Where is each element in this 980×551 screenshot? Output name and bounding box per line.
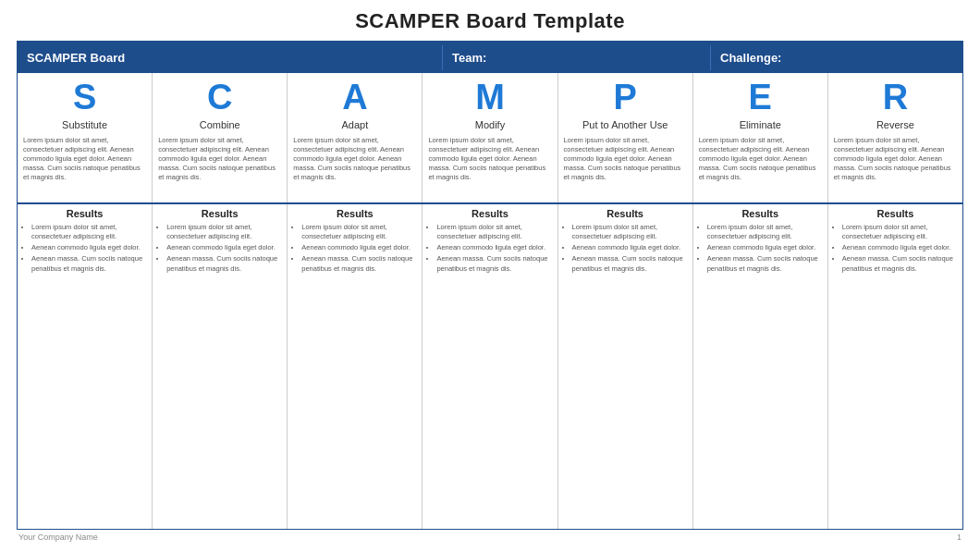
letter-col-p: PPut to Another UseLorem ipsum dolor sit… <box>558 73 693 202</box>
letter-desc-5: Lorem ipsum dolor sit amet, consectetuer… <box>697 134 824 185</box>
results-header-2: Results <box>292 208 417 219</box>
letter-desc-0: Lorem ipsum dolor sit amet, consectetuer… <box>21 134 148 185</box>
letter-label-6: Reverse <box>876 119 914 130</box>
results-item-4-1: Aenean commodo ligula eget dolor. <box>572 243 688 252</box>
letter-col-a: AAdaptLorem ipsum dolor sit amet, consec… <box>288 73 423 202</box>
results-header-6: Results <box>833 208 958 219</box>
results-body-4: Lorem ipsum dolor sit amet, consectetuer… <box>563 223 688 276</box>
results-section: ResultsLorem ipsum dolor sit amet, conse… <box>18 203 962 529</box>
letter-desc-3: Lorem ipsum dolor sit amet, consectetuer… <box>426 134 553 185</box>
results-col-3: ResultsLorem ipsum dolor sit amet, conse… <box>423 204 557 529</box>
results-col-5: ResultsLorem ipsum dolor sit amet, conse… <box>693 204 828 529</box>
header-row: SCAMPER Board Team: Challenge: <box>18 42 962 73</box>
page-title: SCAMPER Board Template <box>17 9 963 33</box>
letter-label-2: Adapt <box>341 119 368 130</box>
results-body-6: Lorem ipsum dolor sit amet, consectetuer… <box>833 223 958 276</box>
big-letter-a: A <box>342 79 367 117</box>
big-letter-s: S <box>73 79 96 117</box>
results-item-4-0: Lorem ipsum dolor sit amet, consectetuer… <box>572 223 688 241</box>
letter-col-c: CCombineLorem ipsum dolor sit amet, cons… <box>153 73 288 202</box>
results-item-4-2: Aenean massa. Cum sociis natoque penatib… <box>572 254 688 273</box>
letter-label-3: Modify <box>475 119 505 130</box>
results-item-2-0: Lorem ipsum dolor sit amet, consectetuer… <box>301 223 417 241</box>
results-item-0-1: Aenean commodo ligula eget dolor. <box>31 243 147 252</box>
header-team-label: Team: <box>443 45 711 70</box>
results-item-3-1: Aenean commodo ligula eget dolor. <box>436 243 552 252</box>
page-number: 1 <box>957 533 962 542</box>
letter-label-0: Substitute <box>62 119 107 130</box>
results-item-0-0: Lorem ipsum dolor sit amet, consectetuer… <box>31 223 147 241</box>
big-letter-r: R <box>883 79 908 117</box>
results-header-1: Results <box>157 208 282 219</box>
header-challenge-label: Challenge: <box>711 45 962 70</box>
results-header-5: Results <box>698 208 823 219</box>
letters-row: SSubstituteLorem ipsum dolor sit amet, c… <box>18 73 962 203</box>
letter-col-e: EEliminateLorem ipsum dolor sit amet, co… <box>693 73 828 202</box>
results-body-2: Lorem ipsum dolor sit amet, consectetuer… <box>292 223 417 276</box>
results-item-5-2: Aenean massa. Cum sociis natoque penatib… <box>707 254 823 273</box>
results-col-6: ResultsLorem ipsum dolor sit amet, conse… <box>828 204 962 529</box>
results-item-6-1: Aenean commodo ligula eget dolor. <box>842 243 958 252</box>
page: SCAMPER Board Template SCAMPER Board Tea… <box>0 0 980 551</box>
letter-col-m: MModifyLorem ipsum dolor sit amet, conse… <box>423 73 557 202</box>
results-body-5: Lorem ipsum dolor sit amet, consectetuer… <box>698 223 823 276</box>
letter-desc-1: Lorem ipsum dolor sit amet, consectetuer… <box>156 134 283 185</box>
big-letter-e: E <box>749 79 772 117</box>
board-container: SCAMPER Board Team: Challenge: SSubstitu… <box>17 41 963 530</box>
results-item-1-0: Lorem ipsum dolor sit amet, consectetuer… <box>166 223 282 241</box>
results-col-1: ResultsLorem ipsum dolor sit amet, conse… <box>153 204 288 529</box>
results-item-3-2: Aenean massa. Cum sociis natoque penatib… <box>436 254 552 273</box>
results-header-4: Results <box>563 208 688 219</box>
footer: Your Company Name 1 <box>17 530 963 542</box>
letter-label-5: Eliminate <box>740 119 781 130</box>
letter-col-s: SSubstituteLorem ipsum dolor sit amet, c… <box>18 73 153 202</box>
results-item-5-1: Aenean commodo ligula eget dolor. <box>707 243 823 252</box>
letter-label-4: Put to Another Use <box>582 119 668 130</box>
results-item-3-0: Lorem ipsum dolor sit amet, consectetuer… <box>436 223 552 241</box>
results-col-2: ResultsLorem ipsum dolor sit amet, conse… <box>288 204 423 529</box>
letter-desc-4: Lorem ipsum dolor sit amet, consectetuer… <box>562 134 689 185</box>
results-header-3: Results <box>427 208 552 219</box>
results-item-0-2: Aenean massa. Cum sociis natoque penatib… <box>31 254 147 273</box>
results-body-0: Lorem ipsum dolor sit amet, consectetuer… <box>22 223 147 276</box>
results-item-6-0: Lorem ipsum dolor sit amet, consectetuer… <box>842 223 958 241</box>
letter-label-1: Combine <box>200 119 240 130</box>
results-body-1: Lorem ipsum dolor sit amet, consectetuer… <box>157 223 282 276</box>
company-name: Your Company Name <box>18 533 98 542</box>
letter-desc-2: Lorem ipsum dolor sit amet, consectetuer… <box>291 134 418 185</box>
results-item-2-1: Aenean commodo ligula eget dolor. <box>301 243 417 252</box>
results-item-1-1: Aenean commodo ligula eget dolor. <box>166 243 282 252</box>
results-item-2-2: Aenean massa. Cum sociis natoque penatib… <box>301 254 417 273</box>
results-body-3: Lorem ipsum dolor sit amet, consectetuer… <box>427 223 552 276</box>
letter-desc-6: Lorem ipsum dolor sit amet, consectetuer… <box>832 134 959 185</box>
results-col-0: ResultsLorem ipsum dolor sit amet, conse… <box>18 204 153 529</box>
results-col-4: ResultsLorem ipsum dolor sit amet, conse… <box>558 204 693 529</box>
big-letter-m: M <box>475 79 505 117</box>
letter-col-r: RReverseLorem ipsum dolor sit amet, cons… <box>828 73 962 202</box>
header-board-label: SCAMPER Board <box>18 45 443 70</box>
big-letter-c: C <box>207 79 232 117</box>
results-item-6-2: Aenean massa. Cum sociis natoque penatib… <box>842 254 958 273</box>
results-item-1-2: Aenean massa. Cum sociis natoque penatib… <box>166 254 282 273</box>
results-item-5-0: Lorem ipsum dolor sit amet, consectetuer… <box>707 223 823 241</box>
big-letter-p: P <box>613 79 636 117</box>
results-header-0: Results <box>22 208 147 219</box>
